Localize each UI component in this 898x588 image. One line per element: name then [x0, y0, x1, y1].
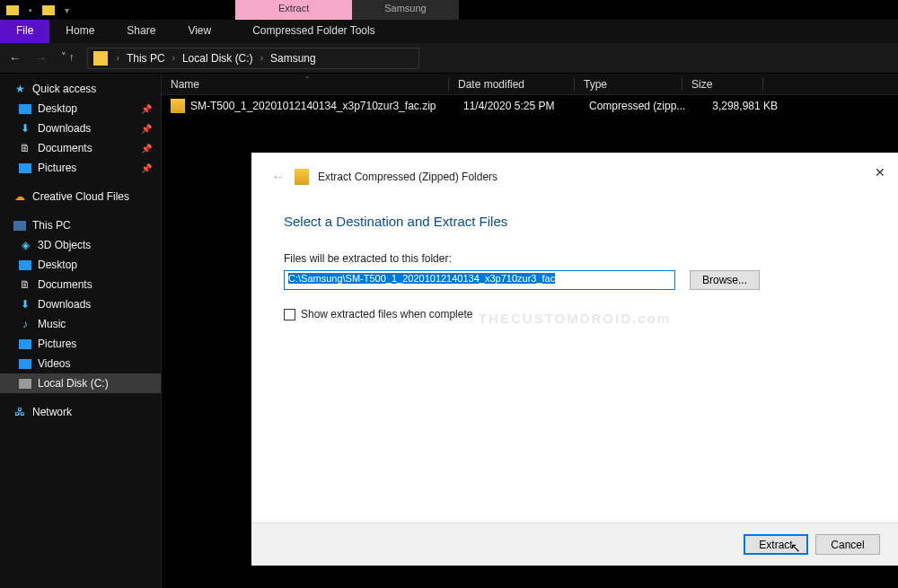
sidebar-item-network[interactable]: 🖧 Network	[0, 402, 161, 422]
download-icon: ⬇	[18, 121, 32, 136]
sidebar-item-label: Documents	[38, 142, 92, 154]
up-arrow-icon[interactable]: ˅ ↑	[61, 51, 75, 65]
sidebar-item-desktop-2[interactable]: Desktop	[0, 255, 161, 275]
file-type: Compressed (zipp...	[589, 100, 697, 112]
extract-dialog: ✕ ← Extract Compressed (Zipped) Folders …	[251, 153, 898, 566]
column-size[interactable]: Size	[682, 78, 763, 91]
sidebar-item-label: Videos	[38, 357, 70, 370]
dialog-header: Extract Compressed (Zipped) Folders	[318, 171, 497, 183]
back-arrow-icon[interactable]: ←	[9, 51, 21, 65]
show-files-checkbox[interactable]	[284, 309, 295, 320]
chevron-right-icon[interactable]: ›	[169, 53, 179, 63]
forward-arrow-icon[interactable]: →	[35, 51, 47, 65]
pin-icon: 📌	[141, 144, 152, 154]
sidebar-item-label: This PC	[32, 219, 71, 232]
sidebar-item-label: Desktop	[38, 102, 77, 115]
sidebar-item-label: Music	[38, 318, 66, 330]
file-row[interactable]: SM-T500_1_20201012140134_x3p710zur3_fac.…	[162, 95, 898, 117]
breadcrumb-samsung[interactable]: Samsung	[267, 52, 320, 65]
sidebar-item-label: Downloads	[38, 122, 91, 135]
sidebar-item-label: Documents	[38, 278, 92, 291]
file-date: 11/4/2020 5:25 PM	[463, 100, 589, 112]
tab-extract[interactable]: Extract	[235, 0, 352, 20]
cube-icon: ◈	[18, 238, 32, 252]
pin-icon: 📌	[141, 163, 152, 173]
ribbon-file[interactable]: File	[0, 20, 49, 43]
dialog-footer: Extract Cancel ↖	[251, 522, 898, 566]
sidebar-item-music[interactable]: ♪ Music	[0, 314, 161, 334]
document-icon: 🗎	[18, 141, 32, 155]
sidebar-item-local-disk[interactable]: Local Disk (C:)	[0, 373, 161, 393]
ribbon-extract-tools[interactable]: Compressed Folder Tools	[227, 20, 401, 43]
sidebar-item-this-pc[interactable]: This PC	[0, 215, 161, 235]
ribbon-home[interactable]: Home	[49, 20, 110, 43]
breadcrumb-local-disk[interactable]: Local Disk (C:)	[179, 52, 257, 65]
sort-indicator-icon: ˄	[305, 75, 310, 84]
star-icon: ★	[13, 82, 27, 96]
chevron-right-icon[interactable]: ›	[257, 53, 267, 63]
sidebar-item-label: 3D Objects	[38, 239, 91, 251]
desktop-icon	[18, 258, 32, 272]
sidebar-item-3d-objects[interactable]: ◈ 3D Objects	[0, 235, 161, 255]
sidebar-item-label: Pictures	[38, 162, 76, 174]
extract-button[interactable]: Extract	[744, 534, 808, 555]
zip-icon	[295, 169, 309, 185]
sidebar-item-label: Local Disk (C:)	[38, 377, 109, 390]
destination-path-input[interactable]: C:\Samsung\SM-T500_1_20201012140134_x3p7…	[284, 270, 675, 290]
dialog-title: Select a Destination and Extract Files	[284, 214, 866, 229]
download-icon: ⬇	[18, 297, 32, 312]
tab-samsung-title: Samsung	[352, 0, 458, 20]
document-icon: 🗎	[18, 277, 32, 292]
sidebar-item-downloads[interactable]: ⬇ Downloads 📌	[0, 118, 161, 138]
music-icon: ♪	[18, 317, 32, 331]
column-headers: Name Date modified Type Size	[162, 74, 898, 95]
desktop-icon	[18, 101, 32, 116]
disk-icon	[18, 376, 32, 391]
sidebar-item-desktop[interactable]: Desktop 📌	[0, 99, 161, 118]
file-size: 3,298,981 KB	[697, 100, 778, 112]
cloud-icon: ☁	[13, 189, 27, 204]
show-files-label: Show extracted files when complete	[301, 308, 472, 320]
sidebar-item-label: Creative Cloud Files	[32, 190, 129, 203]
folder-icon	[5, 3, 20, 17]
navigation-bar: ← → ˅ ↑ › This PC › Local Disk (C:) › Sa…	[0, 43, 898, 74]
video-icon	[18, 356, 32, 371]
pin-icon: 📌	[141, 124, 152, 134]
sidebar-item-label: Network	[32, 406, 72, 418]
sidebar-item-label: Downloads	[38, 298, 91, 311]
sidebar-item-downloads-2[interactable]: ⬇ Downloads	[0, 294, 161, 314]
breadcrumb[interactable]: › This PC › Local Disk (C:) › Samsung	[87, 48, 419, 69]
chevron-right-icon[interactable]: ›	[113, 53, 123, 63]
save-icon[interactable]: ▪	[23, 3, 38, 17]
sidebar-item-videos[interactable]: Videos	[0, 354, 161, 373]
browse-button[interactable]: Browse...	[690, 270, 760, 290]
sidebar-item-documents-2[interactable]: 🗎 Documents	[0, 275, 161, 294]
breadcrumb-this-pc[interactable]: This PC	[123, 52, 169, 65]
picture-icon	[18, 161, 32, 175]
folder-icon	[93, 51, 108, 66]
sidebar-item-pictures[interactable]: Pictures 📌	[0, 158, 161, 178]
folder-path-label: Files will be extracted to this folder:	[284, 252, 866, 265]
overflow-icon[interactable]: ▾	[59, 3, 74, 17]
monitor-icon	[13, 218, 27, 233]
sidebar-item-label: Quick access	[32, 83, 96, 95]
sidebar-item-documents[interactable]: 🗎 Documents 📌	[0, 138, 161, 158]
navigation-sidebar: ★ Quick access Desktop 📌 ⬇ Downloads 📌 🗎…	[0, 74, 162, 588]
column-type[interactable]: Type	[575, 78, 682, 91]
ribbon-view[interactable]: View	[172, 20, 227, 43]
cancel-button[interactable]: Cancel	[815, 534, 880, 555]
sidebar-item-label: Pictures	[38, 338, 76, 350]
back-arrow-icon[interactable]: ←	[271, 169, 286, 185]
sidebar-item-creative-cloud[interactable]: ☁ Creative Cloud Files	[0, 187, 161, 206]
ribbon-menu: File Home Share View Compressed Folder T…	[0, 20, 898, 43]
picture-icon	[18, 337, 32, 351]
sidebar-item-pictures-2[interactable]: Pictures	[0, 334, 161, 354]
network-icon: 🖧	[13, 405, 27, 419]
column-date[interactable]: Date modified	[449, 78, 575, 91]
sidebar-item-quick-access[interactable]: ★ Quick access	[0, 79, 161, 99]
title-bar: ▪ ▾ Extract Samsung	[0, 0, 898, 20]
ribbon-share[interactable]: Share	[110, 20, 172, 43]
close-icon[interactable]: ✕	[875, 165, 885, 180]
folder-icon-2	[41, 3, 56, 17]
pin-icon: 📌	[141, 104, 152, 114]
